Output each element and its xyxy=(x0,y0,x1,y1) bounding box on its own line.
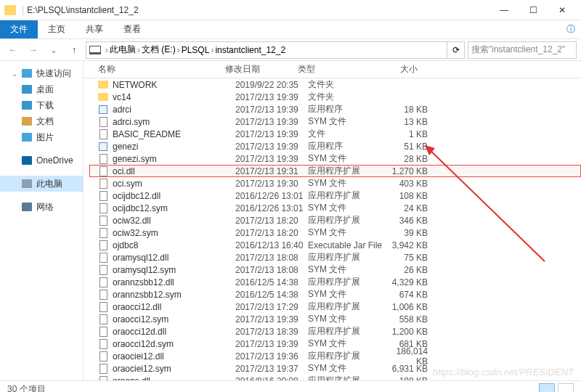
file-name: ocijdbc12.sym xyxy=(113,203,235,213)
sidebar-item-pc[interactable]: 此电脑 xyxy=(0,176,83,192)
file-name: vc14 xyxy=(113,92,235,102)
icons-view-button[interactable] xyxy=(558,383,574,393)
file-type: SYM 文件 xyxy=(308,362,384,375)
document-icon xyxy=(22,117,32,126)
file-row[interactable]: ociw32.dll2017/2/13 18:20应用程序扩展346 KB xyxy=(89,214,581,226)
file-type: SYM 文件 xyxy=(308,202,384,214)
sidebar-item-onedrive[interactable]: OneDrive xyxy=(0,152,83,168)
file-date: 2017/2/13 19:39 xyxy=(235,117,308,127)
cloud-icon xyxy=(22,156,32,165)
file-icon xyxy=(98,290,108,300)
file-row[interactable]: genezi2017/2/13 19:39应用程序51 KB xyxy=(89,140,581,152)
file-row[interactable]: adrci.sym2017/2/13 19:39SYM 文件13 KB xyxy=(89,115,581,128)
file-date: 2017/2/13 19:37 xyxy=(235,364,308,374)
file-name: adrci.sym xyxy=(113,117,235,127)
sidebar-item-net[interactable]: 网络 xyxy=(0,199,83,215)
file-list[interactable]: NETWORK2019/9/22 20:35文件夹vc142017/2/13 1… xyxy=(84,78,581,380)
file-row[interactable]: genezi.sym2017/2/13 19:39SYM 文件28 KB xyxy=(89,152,581,165)
file-row[interactable]: oramysql12.sym2017/2/13 18:08SYM 文件26 KB xyxy=(89,264,581,276)
sidebar-item-desktop[interactable]: 桌面 xyxy=(0,81,83,97)
file-size: 403 KB xyxy=(384,179,428,189)
file-icon xyxy=(98,240,108,250)
file-icon xyxy=(98,364,108,374)
file-row[interactable]: oci.sym2017/2/13 19:30SYM 文件403 KB xyxy=(89,177,581,189)
file-date: 2016/12/5 14:38 xyxy=(235,277,308,287)
breadcrumb[interactable]: › 此电脑 › 文档 (E:) › PLSQL › instantclient_… xyxy=(86,41,447,59)
file-date: 2017/2/13 19:39 xyxy=(235,314,308,324)
file-size: 3,942 KB xyxy=(384,240,428,250)
back-button[interactable]: ← xyxy=(4,41,22,59)
sidebar-item-quick[interactable]: ⌄快速访问 xyxy=(0,65,83,81)
tab-file[interactable]: 文件 xyxy=(0,20,38,38)
file-type: 应用程序扩展 xyxy=(308,251,384,264)
file-row[interactable]: ocijdbc12.sym2016/12/26 13:01SYM 文件24 KB xyxy=(89,202,581,214)
crumb-folder2[interactable]: instantclient_12_2 xyxy=(215,45,285,55)
file-size: 558 KB xyxy=(384,314,428,324)
file-row[interactable]: oraociei12.dll2017/2/13 19:36应用程序扩展186,0… xyxy=(89,350,581,362)
search-input[interactable]: 搜索"instantclient_12_2" xyxy=(468,41,577,59)
qat-sep: | xyxy=(22,5,24,15)
pc-icon xyxy=(89,46,101,54)
file-size: 346 KB xyxy=(384,216,428,226)
up-button[interactable]: ↑ xyxy=(65,41,83,59)
star-icon xyxy=(22,69,32,78)
file-row[interactable]: ojdbc82016/12/13 16:40Executable Jar Fil… xyxy=(89,239,581,251)
crumb-folder1[interactable]: PLSQL xyxy=(182,45,210,55)
file-type: SYM 文件 xyxy=(308,115,384,128)
file-size: 4,329 KB xyxy=(384,277,428,287)
file-row[interactable]: ocijdbc12.dll2016/12/26 13:01应用程序扩展108 K… xyxy=(89,189,581,202)
minimize-button[interactable]: — xyxy=(489,0,519,20)
file-type: 应用程序扩展 xyxy=(308,165,384,177)
file-row[interactable]: BASIC_README2017/2/13 19:39文件1 KB xyxy=(89,128,581,140)
file-name: oraons.dll xyxy=(113,376,235,381)
file-row[interactable]: adrci2017/2/13 19:39应用程序18 KB xyxy=(89,103,581,115)
file-row[interactable]: oraocci12.sym2017/2/13 19:39SYM 文件558 KB xyxy=(89,313,581,325)
file-row[interactable]: oci.dll2017/2/13 19:31应用程序扩展1,270 KB xyxy=(89,165,581,177)
file-date: 2017/2/13 19:31 xyxy=(235,166,308,176)
details-view-button[interactable] xyxy=(539,383,555,393)
tab-share[interactable]: 共享 xyxy=(76,20,113,38)
col-date[interactable]: 修改日期 xyxy=(225,63,298,75)
file-name: ojdbc8 xyxy=(113,240,235,250)
file-row[interactable]: NETWORK2019/9/22 20:35文件夹 xyxy=(89,78,581,91)
file-date: 2017/2/13 18:20 xyxy=(235,216,308,226)
col-name[interactable]: 名称 xyxy=(98,63,225,75)
file-date: 2017/2/13 18:39 xyxy=(235,327,308,337)
file-row[interactable]: oraocci12d.sym2017/2/13 19:39SYM 文件681 K… xyxy=(89,338,581,350)
file-name: orannzsbb12.dll xyxy=(113,277,235,287)
file-icon xyxy=(98,117,108,127)
col-type[interactable]: 类型 xyxy=(298,63,374,75)
file-row[interactable]: oramysql12.dll2017/2/13 18:08应用程序扩展75 KB xyxy=(89,251,581,264)
sidebar-item-pics[interactable]: 图片 xyxy=(0,129,83,145)
file-row[interactable]: ociw32.sym2017/2/13 18:20SYM 文件39 KB xyxy=(89,226,581,239)
file-date: 2017/2/13 19:39 xyxy=(235,105,308,115)
tab-view[interactable]: 查看 xyxy=(113,20,151,38)
file-date: 2016/12/26 13:01 xyxy=(235,203,308,213)
recent-button[interactable]: ⌄ xyxy=(45,41,62,59)
file-date: 2017/2/13 18:20 xyxy=(235,228,308,238)
forward-button[interactable]: → xyxy=(25,41,42,59)
file-name: oraocci12.dll xyxy=(113,302,235,312)
file-name: oraocci12d.sym xyxy=(113,339,235,349)
col-size[interactable]: 大小 xyxy=(374,63,418,75)
file-icon xyxy=(98,191,108,201)
file-row[interactable]: orannzsbb12.dll2016/12/5 14:38应用程序扩展4,32… xyxy=(89,276,581,288)
file-row[interactable]: orannzsbb12.sym2016/12/5 14:38SYM 文件674 … xyxy=(89,288,581,301)
network-icon xyxy=(22,203,32,211)
close-button[interactable]: ✕ xyxy=(548,0,577,20)
file-row[interactable]: vc142017/2/13 19:39文件夹 xyxy=(89,91,581,103)
crumb-drive[interactable]: 文档 (E:) xyxy=(142,44,176,56)
maximize-button[interactable]: ☐ xyxy=(519,0,548,20)
tab-home[interactable]: 主页 xyxy=(38,20,76,38)
file-row[interactable]: oraocci12.dll2017/2/13 17:29应用程序扩展1,006 … xyxy=(89,301,581,313)
sidebar-item-download[interactable]: 下载 xyxy=(0,97,83,113)
refresh-button[interactable]: ⟳ xyxy=(447,41,465,59)
crumb-pc[interactable]: 此电脑 xyxy=(110,44,136,56)
sidebar-item-docs[interactable]: 文档 xyxy=(0,113,83,129)
file-row[interactable]: oraocci12d.dll2017/2/13 18:39应用程序扩展1,200… xyxy=(89,325,581,338)
help-button[interactable]: ⓘ xyxy=(561,20,581,38)
file-name: oraociei12.dll xyxy=(113,351,235,362)
statusbar: 30 个项目 xyxy=(0,380,581,392)
chevron-right-icon: › xyxy=(211,45,214,55)
file-size: 1,270 KB xyxy=(384,166,428,176)
